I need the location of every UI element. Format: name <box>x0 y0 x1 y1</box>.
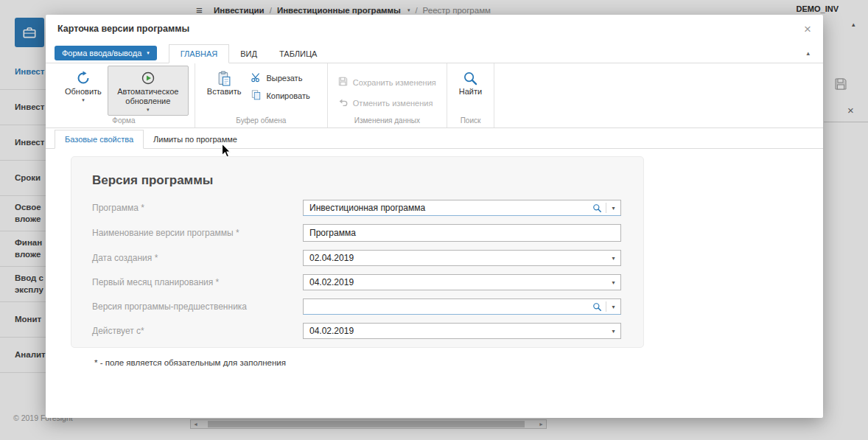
form-row: Наименование версии программы * Программ… <box>92 224 621 242</box>
copy-label: Копировать <box>266 91 309 100</box>
cut-button[interactable]: Вырезать <box>247 71 313 85</box>
field-label: Первый месяц планирования * <box>92 277 303 287</box>
refresh-icon <box>76 69 91 87</box>
ribbon-group-search: Найти Поиск <box>447 63 494 128</box>
cut-label: Вырезать <box>266 74 302 83</box>
ribbon-group-caption: Изменения данных <box>334 116 441 128</box>
field-label: Действует с* <box>92 326 303 336</box>
ribbon-group-changes: Сохранить изменения Отменить изменения И… <box>328 63 447 128</box>
auto-refresh-icon <box>141 69 155 87</box>
field-label: Программа * <box>92 203 303 213</box>
form-row: Действует с* 04.02.2019 ▾ <box>92 323 621 339</box>
ribbon: Обновить ▾ Автоматическое обновление ▾ Ф… <box>46 63 823 128</box>
content-tab-row: Базовые свойства Лимиты по программе <box>46 128 823 149</box>
copy-button[interactable]: Копировать <box>247 88 313 102</box>
dialog-title: Карточка версии программы <box>57 24 189 34</box>
scissors-icon <box>251 71 262 84</box>
field-label: Дата создания * <box>92 253 303 263</box>
save-changes-button[interactable]: Сохранить изменения <box>334 75 440 89</box>
form-mode-dropdown[interactable]: Форма ввода/вывода ▾ <box>55 46 157 60</box>
paste-button[interactable]: Вставить <box>201 66 248 99</box>
search-icon[interactable] <box>589 301 606 312</box>
tab-basic-properties[interactable]: Базовые свойства <box>55 130 144 149</box>
ribbon-group-caption: Буфер обмена <box>201 116 321 128</box>
form-row: Дата создания * 02.04.2019 ▾ <box>92 250 621 266</box>
close-icon[interactable]: × <box>804 23 811 35</box>
ribbon-group-caption: Поиск <box>453 116 488 128</box>
copy-icon <box>251 89 262 102</box>
refresh-label: Обновить <box>65 87 102 97</box>
creation-date-dropdown[interactable]: 02.04.2019 ▾ <box>303 250 621 266</box>
first-planning-month-dropdown[interactable]: 04.02.2019 ▾ <box>303 274 621 290</box>
chevron-down-icon[interactable]: ▾ <box>606 304 620 310</box>
predecessor-version-lookup-field[interactable]: ▾ <box>303 298 621 315</box>
find-label: Найти <box>459 87 482 97</box>
form-mode-label: Форма ввода/вывода <box>62 49 141 57</box>
search-icon <box>463 69 478 87</box>
auto-refresh-label: Автоматическое обновление <box>113 87 183 106</box>
ribbon-collapse-icon[interactable]: ▴ <box>806 49 810 57</box>
chevron-down-icon: ▾ <box>147 50 150 56</box>
ribbon-group-caption: Форма <box>59 116 189 128</box>
undo-icon <box>337 97 349 109</box>
form-row: Первый месяц планирования * 04.02.2019 ▾ <box>92 274 621 290</box>
save-changes-label: Сохранить изменения <box>353 78 436 87</box>
chevron-down-icon[interactable]: ▾ <box>606 328 620 335</box>
field-value: Программа <box>304 228 620 238</box>
form-row: Версия программы-предшественника ▾ <box>92 298 621 315</box>
ribbon-tab-main[interactable]: ГЛАВНАЯ <box>169 44 229 63</box>
refresh-button[interactable]: Обновить ▾ <box>59 66 108 106</box>
mouse-cursor <box>221 143 231 161</box>
chevron-down-icon[interactable]: ▾ <box>606 205 620 212</box>
version-name-input[interactable]: Программа <box>303 224 621 242</box>
field-label: Версия программы-предшественника <box>92 301 303 312</box>
form-heading: Версия программы <box>92 173 621 188</box>
auto-refresh-button[interactable]: Автоматическое обновление ▾ <box>108 66 189 116</box>
required-fields-note: * - поле является обязательным для запол… <box>94 358 286 367</box>
chevron-down-icon[interactable]: ▾ <box>606 255 620 262</box>
paste-icon <box>217 69 232 87</box>
dialog-header: Карточка версии программы × <box>46 15 823 43</box>
find-button[interactable]: Найти <box>453 66 488 99</box>
program-lookup-field[interactable]: Инвестиционная программа ▾ <box>303 200 621 216</box>
form-row: Программа * Инвестиционная программа ▾ <box>92 200 621 216</box>
dialog-body: Версия программы Программа * Инвестицион… <box>46 149 823 418</box>
field-label: Наименование версии программы * <box>92 228 303 238</box>
chevron-down-icon[interactable]: ▾ <box>606 279 620 286</box>
chevron-down-icon: ▾ <box>82 97 85 103</box>
chevron-down-icon: ▾ <box>147 107 150 113</box>
field-value: 02.04.2019 <box>304 253 606 263</box>
ribbon-tab-table[interactable]: ТАБЛИЦА <box>268 45 329 63</box>
undo-changes-button[interactable]: Отменить изменения <box>334 96 440 110</box>
ribbon-tab-row: Форма ввода/вывода ▾ ГЛАВНАЯ ВИД ТАБЛИЦА… <box>46 43 823 63</box>
field-value: Инвестиционная программа <box>304 203 589 213</box>
effective-from-dropdown[interactable]: 04.02.2019 ▾ <box>303 323 621 339</box>
paste-label: Вставить <box>207 87 242 97</box>
search-icon[interactable] <box>589 203 606 213</box>
program-version-form: Версия программы Программа * Инвестицион… <box>71 156 644 348</box>
field-value: 04.02.2019 <box>304 326 606 336</box>
program-version-card-dialog: Карточка версии программы × Форма ввода/… <box>46 15 823 418</box>
ribbon-group-clipboard: Вставить Вырезать <box>195 63 328 128</box>
ribbon-group-form: Обновить ▾ Автоматическое обновление ▾ Ф… <box>53 63 195 128</box>
ribbon-tab-view[interactable]: ВИД <box>229 45 268 63</box>
field-value: 04.02.2019 <box>304 277 606 287</box>
save-icon <box>337 76 349 88</box>
undo-changes-label: Отменить изменения <box>353 99 433 108</box>
